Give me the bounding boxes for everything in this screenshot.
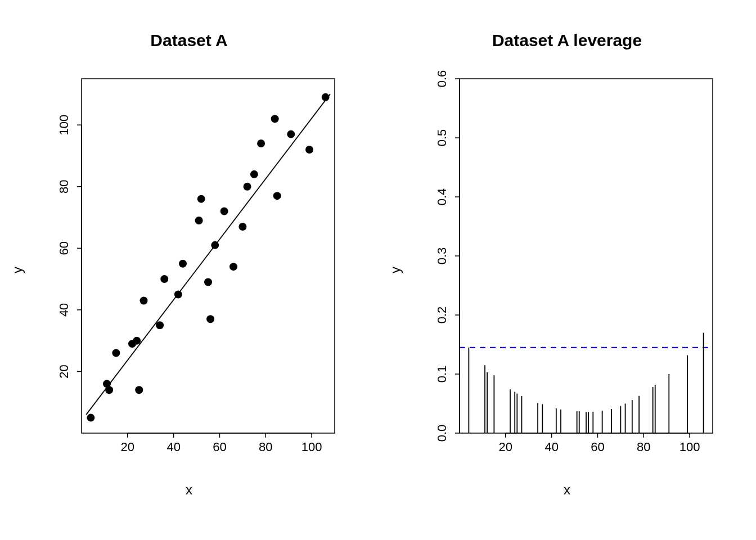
svg-point-29	[135, 386, 143, 394]
svg-point-23	[87, 414, 94, 422]
svg-point-44	[250, 170, 258, 178]
svg-point-41	[230, 263, 237, 271]
scatter-svg: 2040608010020406080100	[0, 0, 378, 540]
svg-text:0.5: 0.5	[435, 129, 449, 147]
svg-point-45	[257, 140, 265, 147]
svg-point-32	[160, 275, 168, 283]
svg-point-48	[287, 130, 295, 138]
svg-point-26	[112, 349, 120, 357]
svg-text:60: 60	[591, 440, 604, 454]
svg-point-30	[140, 296, 147, 304]
svg-text:0.2: 0.2	[435, 307, 449, 324]
svg-text:0.0: 0.0	[435, 425, 449, 442]
svg-point-34	[179, 260, 187, 268]
svg-text:80: 80	[637, 440, 650, 454]
svg-rect-0	[82, 79, 335, 433]
svg-text:80: 80	[259, 440, 272, 454]
svg-text:0.3: 0.3	[435, 248, 449, 265]
svg-text:100: 100	[57, 115, 71, 136]
svg-rect-52	[460, 79, 713, 433]
svg-text:40: 40	[166, 440, 180, 454]
svg-text:80: 80	[57, 179, 71, 193]
svg-point-36	[197, 195, 205, 203]
svg-text:100: 100	[302, 440, 322, 454]
scatter-panel: Dataset A y x 2040608010020406080100	[0, 0, 378, 540]
svg-point-46	[271, 115, 279, 123]
chart-panels: Dataset A y x 2040608010020406080100 Dat…	[0, 0, 756, 540]
svg-text:20: 20	[121, 440, 134, 454]
svg-text:20: 20	[57, 364, 71, 378]
svg-text:0.6: 0.6	[435, 70, 449, 88]
svg-point-49	[305, 146, 313, 154]
svg-text:60: 60	[213, 440, 226, 454]
svg-point-43	[244, 183, 251, 191]
svg-text:40: 40	[544, 440, 558, 454]
svg-text:0.1: 0.1	[435, 366, 449, 383]
svg-text:0.4: 0.4	[435, 188, 449, 206]
svg-point-35	[195, 217, 203, 224]
svg-point-47	[273, 192, 281, 200]
svg-point-37	[204, 278, 212, 286]
svg-text:60: 60	[57, 241, 71, 255]
svg-point-42	[238, 223, 246, 231]
svg-text:20: 20	[499, 440, 512, 454]
svg-point-38	[206, 315, 214, 323]
svg-text:40: 40	[57, 303, 71, 317]
leverage-panel: Dataset A leverage y x 204060801000.00.1…	[378, 0, 756, 540]
svg-point-31	[156, 321, 164, 329]
svg-point-28	[133, 337, 141, 345]
svg-point-40	[220, 208, 228, 215]
svg-line-51	[86, 94, 330, 415]
leverage-svg: 204060801000.00.10.20.30.40.50.6	[378, 0, 756, 540]
svg-text:100: 100	[680, 440, 700, 454]
